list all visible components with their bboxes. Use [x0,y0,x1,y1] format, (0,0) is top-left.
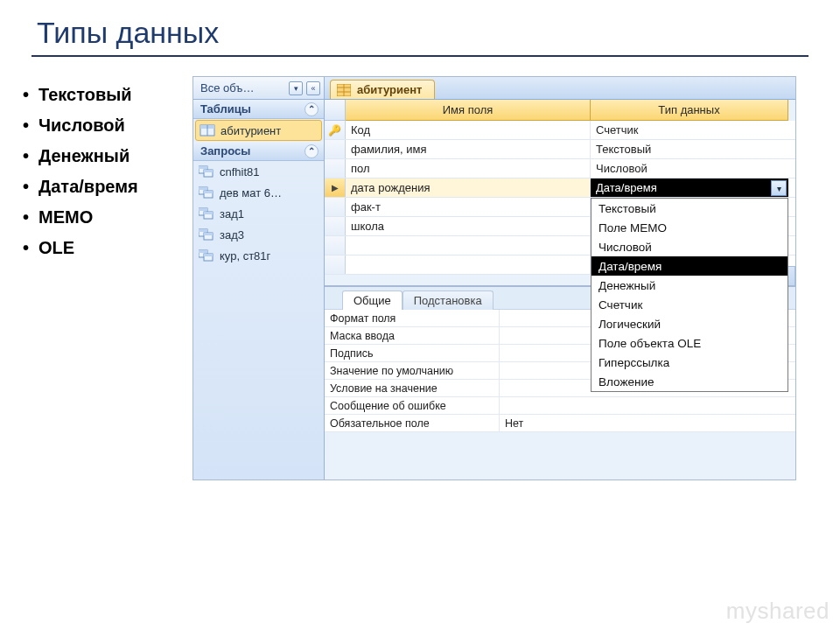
svg-rect-22 [204,254,213,256]
field-type-cell[interactable]: Счетчик [591,121,788,139]
slide-title: Типы данных [37,16,840,50]
row-selector-header[interactable] [325,100,346,121]
column-header-name[interactable]: Имя поля [346,100,591,121]
svg-rect-18 [204,233,213,235]
field-name-cell[interactable]: Код [346,121,591,139]
svg-rect-5 [199,166,207,169]
nav-pane-title: Все объ… [200,81,285,94]
query-icon [199,164,214,178]
document-tab[interactable]: абитуриент [330,80,435,99]
bullet-item: Числовой [19,110,192,141]
row-selector[interactable] [325,256,346,274]
nav-item[interactable]: cnfhit81 [193,161,324,182]
property-row[interactable]: Сообщение об ошибке [325,397,795,415]
nav-item-label: абитуриент [220,124,281,137]
nav-filter-button[interactable]: ▾ [289,81,303,95]
field-type-cell[interactable]: Числовой [591,159,788,178]
nav-item-label: кур, ст81г [220,249,270,262]
field-type-value: Дата/время [596,181,657,194]
bullet-item: Дата/время [19,172,192,202]
field-name-cell[interactable]: школа [346,217,591,235]
field-type-value: Числовой [596,162,648,175]
field-name-cell[interactable]: дата рождения [346,178,591,197]
dropdown-option[interactable]: Денежный [592,276,788,295]
row-selector[interactable]: ▶ [325,178,346,197]
property-label: Сообщение об ошибке [325,397,500,414]
dropdown-option[interactable]: Поле МЕМО [592,218,788,237]
chevron-up-icon: ⌃ [304,144,318,158]
field-name-cell[interactable] [346,236,591,255]
field-row[interactable]: фамилия, имяТекстовый [325,140,795,159]
bullet-item: OLE [19,233,192,263]
property-value[interactable] [500,397,795,414]
nav-group-header[interactable]: Запросы⌃ [193,142,324,161]
access-window: Все объ… ▾ « Таблицы⌃абитуриентЗапросы⌃c… [192,76,796,480]
row-selector[interactable] [325,140,346,158]
nav-item[interactable]: абитуриент [195,120,322,141]
field-type-cell[interactable]: Дата/время▾ [591,178,788,197]
nav-item-label: зад3 [220,228,244,242]
nav-pane-header[interactable]: Все объ… ▾ « [193,77,324,100]
row-selector[interactable] [325,217,346,235]
chevron-up-icon: ⌃ [304,102,318,116]
tab-general[interactable]: Общие [342,290,402,310]
nav-item[interactable]: зад3 [193,224,324,245]
bullet-item: МЕМО [19,202,192,233]
field-type-cell[interactable]: Текстовый [591,140,788,158]
column-header-type[interactable]: Тип данных [591,100,788,121]
property-label: Условие на значение [325,380,500,396]
svg-rect-17 [199,229,207,232]
svg-rect-10 [204,191,213,193]
field-row[interactable]: 🔑КодСчетчик [325,121,795,140]
row-selector[interactable] [325,198,346,216]
property-row[interactable]: Обязательное полеНет [325,415,795,432]
nav-item[interactable]: зад1 [193,203,324,224]
row-selector[interactable]: 🔑 [325,121,346,139]
nav-collapse-button[interactable]: « [306,81,320,95]
dropdown-option[interactable]: Текстовый [592,199,788,218]
field-type-value: Текстовый [596,143,651,156]
field-name-cell[interactable]: пол [346,159,591,178]
field-name-cell[interactable]: фамилия, имя [346,140,591,158]
field-name-cell[interactable] [346,256,591,274]
table-icon [200,123,215,137]
row-selector[interactable] [325,159,346,178]
tab-lookup[interactable]: Подстановка [402,290,494,310]
field-name-cell[interactable]: фак-т [346,198,591,216]
design-view: абитуриент Имя поля Тип данных 🔑КодСчетч… [325,77,795,480]
field-row[interactable]: полЧисловой [325,159,795,178]
field-row[interactable]: ▶дата рожденияДата/время▾ [325,178,795,198]
dropdown-option[interactable]: Логический [592,314,788,333]
property-label: Маска ввода [325,327,500,344]
nav-item[interactable]: дев мат 6… [193,182,324,203]
nav-item-label: зад1 [220,207,244,220]
query-icon [199,186,214,200]
dropdown-option[interactable]: Гиперссылка [592,353,788,372]
svg-rect-6 [204,170,213,172]
property-value[interactable]: Нет [500,415,795,431]
property-label: Значение по умолчанию [325,362,500,379]
nav-item[interactable]: кур, ст81г [193,245,324,266]
watermark: myshared [726,598,830,625]
document-tab-label: абитуриент [357,83,422,96]
title-rule [32,55,808,57]
dropdown-option[interactable]: Вложение [592,372,788,391]
svg-rect-13 [199,208,207,211]
dropdown-option[interactable]: Поле объекта OLE [592,333,788,353]
document-tabbar: абитуриент [325,77,795,100]
type-dropdown[interactable]: ТекстовыйПоле МЕМОЧисловойДата/времяДене… [591,198,788,392]
dropdown-button[interactable]: ▾ [771,180,787,196]
grid-header: Имя поля Тип данных [325,100,795,121]
dropdown-option[interactable]: Счетчик [592,295,788,314]
row-selector[interactable] [325,236,346,255]
bullet-item: Денежный [19,141,192,172]
dropdown-option[interactable]: Числовой [592,237,788,256]
nav-item-label: дев мат 6… [220,186,282,200]
query-icon [199,206,214,220]
property-label: Подпись [325,345,500,361]
dropdown-option[interactable]: Дата/время [592,256,788,276]
nav-group-header[interactable]: Таблицы⌃ [193,100,324,119]
nav-item-label: cnfhit81 [220,165,260,178]
field-type-value: Счетчик [596,123,639,136]
svg-rect-14 [204,212,213,214]
